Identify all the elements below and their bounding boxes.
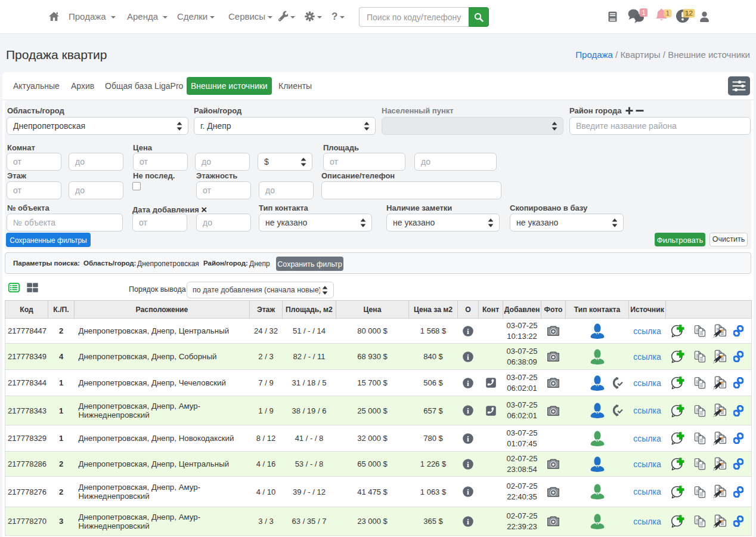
svg-text:12: 12: [685, 10, 693, 17]
svg-text:1: 1: [642, 9, 645, 16]
svg-text:1: 1: [666, 10, 670, 17]
